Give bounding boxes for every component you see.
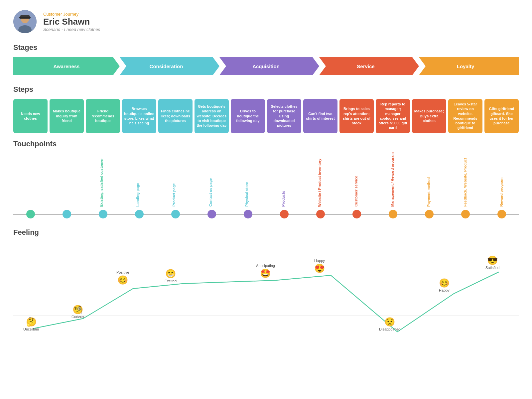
stages-title: Stages (13, 43, 519, 52)
touchpoints-dots-row (13, 207, 519, 221)
feeling-happy-2: 😊 Happy (439, 278, 450, 292)
step-13: Leaves 5-star review on website. Recomme… (448, 99, 482, 133)
tp-dot-6 (207, 210, 216, 218)
tp-label-5: Physical store (245, 182, 249, 207)
tp-dot-1 (26, 210, 35, 218)
stages-row: Awareness Consideration Acquisition Serv… (13, 57, 519, 75)
header: Customer Journey Eric Shawn Scenario - I… (13, 10, 519, 33)
stage-acquisition: Acquisition (213, 57, 319, 75)
stage-loyalty: Loyalty (412, 57, 519, 75)
tp-label-2: Landing page (136, 183, 140, 207)
step-12: Makes purchase; Buys extra clothes (412, 99, 446, 133)
tp-dot-10 (352, 210, 361, 218)
header-scenario: Scenario - I need new clothes (43, 27, 100, 32)
step-9: Can't find two shirts of interest (303, 99, 337, 133)
step-7: Drives to boutique the following day (231, 99, 265, 133)
header-text: Customer Journey Eric Shawn Scenario - I… (43, 12, 100, 32)
step-11: Rep reports to manager; manager apologis… (376, 99, 410, 133)
avatar (13, 10, 37, 33)
step-14: Gifts girlfriend giftcard. She uses it f… (484, 99, 519, 133)
stages-section: Stages Awareness Consideration Acquisiti… (13, 43, 519, 75)
svg-rect-4 (19, 17, 31, 19)
touchpoints-title: Touchpoints (13, 140, 519, 148)
tp-dot-2 (63, 210, 71, 218)
feeling-uncertain: 🤔 Uncertain (23, 317, 39, 331)
feeling-anticipating: Anticipating 🤩 (256, 264, 275, 279)
step-1: Needs new clothes (13, 99, 48, 133)
tp-label-12: Reward program (499, 178, 503, 206)
tp-dot-3 (99, 210, 107, 218)
feeling-chart: 🤔 Uncertain 🧐 Curious Positive 😊 😁 Excit… (13, 242, 519, 352)
step-5: Finds clothes he likes; downloads the pi… (158, 99, 193, 133)
feeling-title: Feeling (13, 228, 519, 237)
step-8: Selects clothes for purchase using downl… (267, 99, 301, 133)
step-6: Gets boutique's address on website; Deci… (195, 99, 229, 133)
tp-dot-9 (316, 210, 325, 218)
tp-dot-7 (244, 210, 252, 218)
tp-label-1: Existing, satisfied customer (99, 158, 103, 207)
tp-dot-5 (171, 210, 180, 218)
step-3: Friend recommends boutique (86, 99, 120, 133)
tp-label-4: Contact us page (208, 178, 212, 207)
feeling-disappointed: 😟 Disappointed (379, 317, 400, 331)
header-subtitle: Customer Journey (43, 12, 100, 17)
step-2: Makes boutique inquiry from friend (50, 99, 84, 133)
feeling-satisfied: 😎 Satisfied (485, 255, 499, 270)
header-name: Eric Shawn (43, 17, 100, 27)
tp-dot-11 (389, 210, 397, 218)
touchpoints-section: Touchpoints Existing, satisfied customer… (13, 140, 519, 221)
tp-label-6: Products (281, 191, 285, 207)
tp-label-8: Customer service (354, 176, 358, 206)
tp-dot-12 (425, 210, 434, 218)
feeling-positive: Positive 😊 (116, 270, 129, 285)
tp-label-10: Payment method (427, 177, 431, 207)
tp-label-9: Management / Reward program (390, 152, 394, 207)
feeling-section: Feeling 🤔 Uncertain 🧐 Curious Po (13, 228, 519, 352)
tp-label-11: Feedback, Website, Product (463, 158, 467, 207)
stage-consideration: Consideration (113, 57, 219, 75)
avatar-image (13, 10, 37, 33)
tp-dot-4 (135, 210, 144, 218)
steps-row: Needs new clothes Makes boutique inquiry… (13, 99, 519, 133)
step-10: Brings to sales rep's attention; shirts … (339, 99, 374, 133)
steps-section: Steps Needs new clothes Makes boutique i… (13, 85, 519, 133)
tp-dot-14 (497, 210, 506, 218)
feeling-excited: 😁 Excited (165, 269, 177, 283)
step-4: Browses boutique's online store. Likes w… (122, 99, 156, 133)
stage-service: Service (313, 57, 419, 75)
steps-title: Steps (13, 85, 519, 94)
tp-dot-13 (461, 210, 470, 218)
tp-label-3: Product page (172, 183, 176, 206)
tp-label-7: Website / Product inventory (318, 159, 322, 207)
feeling-curious: 🧐 Curious (71, 305, 84, 319)
tp-dot-8 (280, 210, 289, 218)
feeling-happy-1: Happy 😍 (314, 259, 325, 274)
stage-awareness: Awareness (13, 57, 120, 75)
